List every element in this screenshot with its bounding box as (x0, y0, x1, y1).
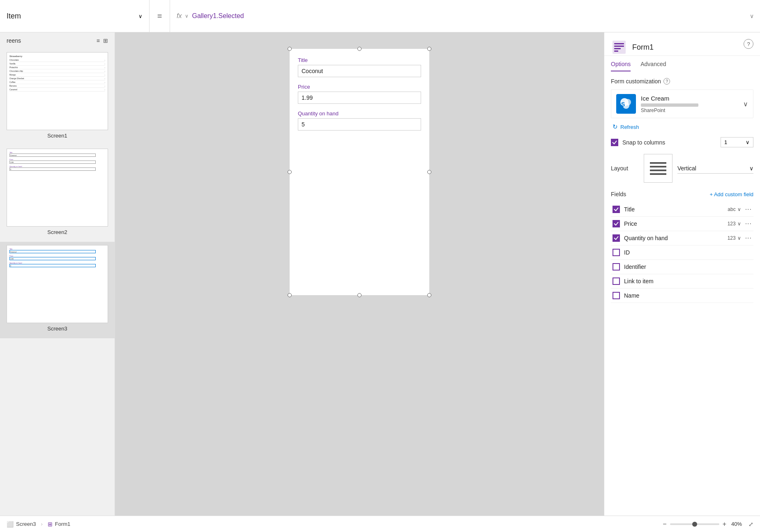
layout-chevron-icon: ∨ (749, 165, 753, 172)
field-title-type[interactable]: abc ∨ (728, 206, 741, 212)
field-qty-type[interactable]: 123 ∨ (728, 235, 741, 241)
tab-options[interactable]: Options (611, 61, 631, 71)
field-id-checkbox[interactable] (613, 249, 620, 256)
screen1-thumbnail: Strawberry Chocolate› Vanilla› Pistachio… (7, 52, 108, 130)
form1-icon (611, 39, 627, 55)
equals-symbol: = (150, 0, 170, 32)
datasource-card[interactable]: S Ice Cream SharePoint ∨ (611, 89, 753, 118)
form-customization-section: Form customization ? (611, 78, 753, 85)
zoom-slider-track[interactable] (670, 523, 719, 525)
field-price-more[interactable]: ··· (745, 220, 752, 227)
svg-rect-1 (614, 43, 624, 44)
form-canvas[interactable]: Title Price Quantity on hand (290, 49, 429, 295)
layout-value-dropdown[interactable]: Vertical ∨ (677, 163, 753, 174)
screen-icon: ⬜ (7, 521, 14, 527)
handle-ml[interactable] (288, 170, 292, 174)
form-customization-help[interactable]: ? (663, 78, 670, 85)
layout-row: Layout Vertical ∨ (611, 154, 753, 183)
statusbar: ⬜ Screen3 › ⊞ Form1 − + 40% ⤢ (0, 516, 760, 532)
snap-to-columns-row: Snap to columns 1 ∨ (611, 137, 753, 147)
field-item-qty: Quantity on hand 123 ∨ ··· (611, 231, 753, 245)
sidebar-header: reens ≡ ⊞ (0, 32, 115, 49)
sidebar-title: reens (7, 37, 21, 44)
field-name-name: Name (624, 292, 748, 299)
handle-bc[interactable] (357, 293, 362, 297)
snap-chevron-icon: ∨ (746, 139, 750, 145)
datasource-info: Ice Cream SharePoint (641, 95, 743, 113)
field-item-id: ID (611, 245, 753, 260)
form-field-qty-label: Quantity on hand (298, 110, 421, 117)
form-field-qty: Quantity on hand (298, 110, 421, 131)
handle-mr[interactable] (427, 170, 431, 174)
field-qty-checkbox[interactable] (613, 234, 620, 242)
list-view-icon[interactable]: ≡ (97, 37, 100, 44)
handle-tc[interactable] (357, 47, 362, 51)
zoom-plus-button[interactable]: + (723, 521, 726, 528)
topbar: Item ∨ = fx ∨ Gallery1.Selected ∨ (0, 0, 760, 32)
vertical-layout-icon (650, 162, 666, 175)
form-field-price: Price (298, 84, 421, 104)
form-field-qty-input[interactable] (298, 118, 421, 131)
field-name-checkbox[interactable] (613, 292, 620, 299)
screen2-label: Screen2 (7, 229, 108, 235)
form-field-price-label: Price (298, 84, 421, 90)
snap-label: Snap to columns (622, 139, 716, 146)
form-field-price-input[interactable] (298, 92, 421, 104)
field-linktoitem-checkbox[interactable] (613, 277, 620, 285)
field-price-type[interactable]: 123 ∨ (728, 221, 741, 227)
item-dropdown-chevron: ∨ (138, 13, 143, 19)
field-item-name: Name (611, 289, 753, 303)
field-identifier-checkbox[interactable] (613, 263, 620, 271)
datasource-sub (641, 103, 698, 107)
tab-advanced[interactable]: Advanced (640, 61, 666, 71)
sidebar-item-screen3[interactable]: Title Coconut Price 1.99 Quantity on han… (0, 242, 115, 338)
zoom-percentage: 40% (731, 521, 742, 527)
fx-label: fx (177, 12, 182, 20)
sharepoint-icon: S (616, 94, 636, 114)
right-panel-tabs: Options Advanced (604, 61, 760, 71)
screen3-thumbnail: Title Coconut Price 1.99 Quantity on han… (7, 245, 108, 323)
add-custom-field-button[interactable]: + Add custom field (709, 191, 753, 197)
right-panel-body: Form customization ? S Ice Cream ShareP (604, 71, 760, 516)
snap-checkbox[interactable] (611, 139, 618, 146)
statusbar-form: ⊞ Form1 (48, 521, 71, 527)
field-title-name: Title (624, 206, 723, 213)
screen3-label: Screen3 (7, 326, 108, 332)
field-title-checkbox[interactable] (613, 206, 620, 213)
formula-bar[interactable]: fx ∨ Gallery1.Selected (170, 0, 744, 32)
sidebar-item-screen1[interactable]: Strawberry Chocolate› Vanilla› Pistachio… (0, 49, 115, 145)
form-field-title-input[interactable] (298, 65, 421, 77)
formula-chevron: ∨ (185, 13, 189, 19)
field-qty-name: Quantity on hand (624, 235, 723, 241)
expand-icon[interactable]: ⤢ (748, 521, 753, 527)
field-price-type-chevron: ∨ (737, 221, 741, 227)
handle-tl[interactable] (288, 47, 292, 51)
topbar-right-chevron: ∨ (744, 13, 760, 19)
statusbar-screen: ⬜ Screen3 (7, 521, 36, 527)
zoom-slider-thumb[interactable] (692, 522, 697, 527)
sidebar-item-screen2[interactable]: Title Coconut Price 1.99 Quantity on han… (0, 145, 115, 242)
snap-value-dropdown[interactable]: 1 ∨ (721, 137, 753, 147)
form-field-title-label: Title (298, 57, 421, 63)
item-dropdown[interactable]: Item ∨ (0, 0, 150, 32)
datasource-chevron[interactable]: ∨ (743, 100, 748, 108)
screen2-thumbnail: Title Coconut Price 1.99 Quantity on han… (7, 149, 108, 227)
zoom-minus-button[interactable]: − (663, 521, 666, 528)
field-qty-type-chevron: ∨ (737, 235, 741, 241)
handle-br[interactable] (427, 293, 431, 297)
field-price-checkbox[interactable] (613, 220, 620, 227)
right-panel-help[interactable]: ? (744, 39, 753, 49)
grid-view-icon[interactable]: ⊞ (103, 37, 108, 44)
field-item-title: Title abc ∨ ··· (611, 202, 753, 217)
breadcrumb-sep: › (41, 521, 42, 527)
field-title-more[interactable]: ··· (745, 206, 752, 213)
refresh-button[interactable]: ↻ Refresh (611, 123, 753, 131)
field-qty-more[interactable]: ··· (745, 234, 752, 242)
handle-tr[interactable] (427, 47, 431, 51)
svg-rect-0 (613, 41, 626, 54)
layout-icon-box (644, 154, 672, 183)
handle-bl[interactable] (288, 293, 292, 297)
sidebar: reens ≡ ⊞ Strawberry Chocolate› Vanilla›… (0, 32, 115, 516)
field-item-identifier: Identifier (611, 260, 753, 274)
screen1-label: Screen1 (7, 133, 108, 139)
